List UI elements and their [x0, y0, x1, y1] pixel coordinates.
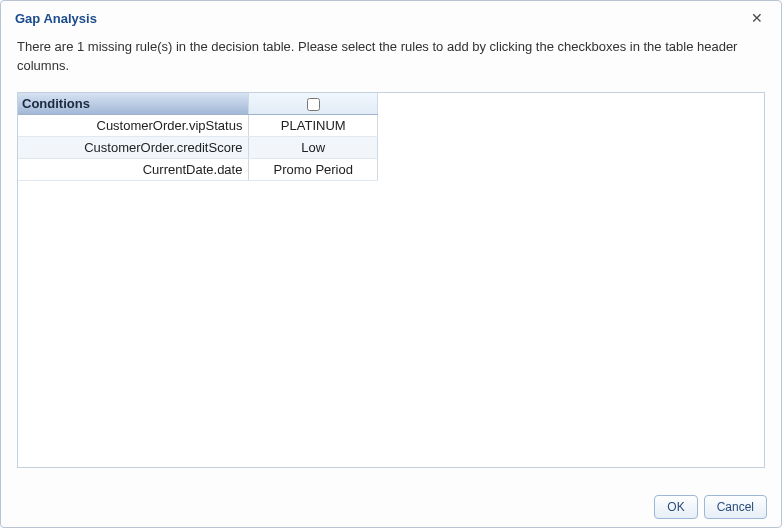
rule-select-checkbox[interactable]: [307, 98, 320, 111]
condition-name: CurrentDate.date: [18, 159, 249, 181]
condition-name: CustomerOrder.vipStatus: [18, 115, 249, 137]
table-row: CustomerOrder.vipStatus PLATINUM: [18, 115, 378, 137]
condition-name: CustomerOrder.creditScore: [18, 137, 249, 159]
results-panel: Conditions CustomerOrder.vipStatus PLATI…: [17, 92, 765, 468]
title-bar: Gap Analysis ✕: [1, 1, 781, 28]
ok-button[interactable]: OK: [654, 495, 697, 519]
table-row: CurrentDate.date Promo Period: [18, 159, 378, 181]
condition-value: Promo Period: [249, 159, 378, 181]
button-bar: OK Cancel: [654, 495, 767, 519]
rule-header-1[interactable]: [249, 93, 378, 115]
condition-value: Low: [249, 137, 378, 159]
dialog-title: Gap Analysis: [15, 11, 97, 26]
table-row: CustomerOrder.creditScore Low: [18, 137, 378, 159]
cancel-button[interactable]: Cancel: [704, 495, 767, 519]
conditions-header: Conditions: [18, 93, 249, 115]
condition-value: PLATINUM: [249, 115, 378, 137]
instructions-text: There are 1 missing rule(s) in the decis…: [1, 28, 781, 76]
gap-analysis-dialog: Gap Analysis ✕ There are 1 missing rule(…: [0, 0, 782, 528]
gap-table: Conditions CustomerOrder.vipStatus PLATI…: [18, 93, 378, 182]
close-icon[interactable]: ✕: [747, 11, 767, 25]
